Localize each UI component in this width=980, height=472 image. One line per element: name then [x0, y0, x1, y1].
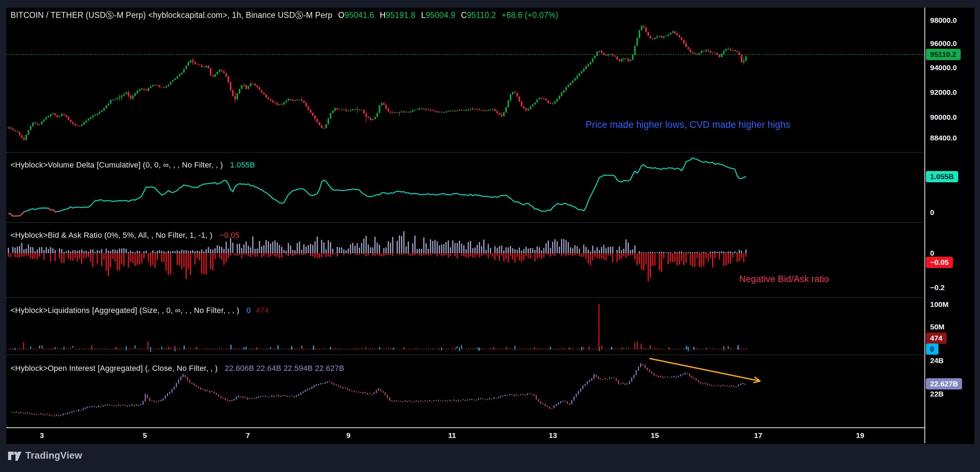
cvd-indicator-title[interactable]: <Hyblock>Volume Delta [Cumulative] (0, 0… [11, 160, 255, 169]
liquidations-indicator-title[interactable]: <Hyblock>Liquidations [Aggregated] (Size… [11, 306, 269, 315]
oi-values: 22.606B 22.64B 22.594B 22.627B [224, 364, 344, 372]
liquidations-long-value: 0 [247, 306, 251, 315]
axis-tick-label: 88400.0 [930, 133, 957, 143]
bidask-label: <Hyblock>Bid & Ask Ratio (0%, 5%, All, ,… [11, 231, 212, 239]
annotation-price-note[interactable]: Price made higher lows, CVD made higher … [585, 119, 790, 130]
time-tick-label: 17 [754, 431, 762, 440]
pane-divider-4[interactable] [6, 355, 974, 355]
axis-tick-label: 96000.0 [930, 39, 957, 48]
time-tick-label: 19 [856, 431, 864, 440]
oi-indicator-title[interactable]: <Hyblock>Open Interest [Aggregated] (, C… [11, 364, 344, 373]
tradingview-logo-icon [8, 451, 22, 461]
tradingview-logo-text: TradingView [25, 450, 82, 461]
axis-price-badge: 1.055B [926, 171, 958, 182]
oi-label: <Hyblock>Open Interest [Aggregated] (, C… [11, 364, 218, 372]
time-tick-label: 11 [448, 431, 456, 440]
bidask-indicator-title[interactable]: <Hyblock>Bid & Ask Ratio (0%, 5%, All, ,… [11, 231, 239, 240]
axis-tick-label: 0 [930, 208, 934, 217]
axis-tick-label: 90000.0 [930, 113, 957, 122]
pane-divider-3[interactable] [6, 298, 974, 298]
axis-tick-label: 50M [930, 322, 945, 331]
annotation-bidask-note[interactable]: Negative Bid/Ask ratio [739, 274, 829, 285]
time-tick-label: 15 [651, 431, 659, 440]
ohlc-open: O95041.6 [338, 11, 374, 20]
cvd-label: <Hyblock>Volume Delta [Cumulative] (0, 0… [11, 160, 223, 169]
ohlc-close: C95110.2 [461, 11, 496, 20]
liquidations-label: <Hyblock>Liquidations [Aggregated] (Size… [11, 306, 239, 315]
axis-price-badge: 0 [926, 344, 939, 355]
axis-tick-label: 24B [930, 356, 944, 365]
tradingview-window: BITCOIN / TETHER (USDⓈ-M Perp) <hyblockc… [0, 0, 980, 472]
time-tick-label: 5 [143, 431, 147, 440]
chart-area: BITCOIN / TETHER (USDⓈ-M Perp) <hyblockc… [6, 8, 974, 443]
axis-tick-label: 22B [930, 390, 944, 399]
ohlc-change: +68.6 (+0.07%) [501, 11, 558, 20]
ohlc-low: L95004.9 [421, 11, 455, 20]
symbol-title-row[interactable]: BITCOIN / TETHER (USDⓈ-M Perp) <hyblockc… [11, 10, 558, 21]
time-tick-label: 7 [246, 431, 250, 440]
axis-tick-label: 100M [930, 300, 949, 309]
axis-price-badge: 474 [926, 333, 947, 344]
axis-price-badge: 95110.2 [926, 49, 961, 60]
ohlc-high: H95191.8 [380, 11, 415, 20]
time-scale-axis[interactable]: 35791113151719 [6, 428, 974, 444]
time-tick-label: 13 [549, 431, 557, 440]
axis-price-badge: 22.627B [926, 378, 962, 390]
axis-tick-label: 94000.0 [930, 63, 957, 72]
tradingview-logo-link[interactable]: TradingView [8, 450, 82, 461]
symbol-title: BITCOIN / TETHER (USDⓈ-M Perp) <hyblockc… [11, 11, 332, 20]
axis-tick-label: 92000.0 [930, 88, 957, 97]
time-tick-label: 9 [346, 431, 350, 440]
axis-tick-label: −0.2 [930, 283, 945, 292]
pane-divider-1[interactable] [6, 152, 974, 152]
pane-divider-2[interactable] [6, 222, 974, 223]
liquidations-short-value: 474 [256, 306, 269, 315]
time-tick-label: 3 [40, 431, 44, 440]
axis-tick-label: 98000.0 [930, 16, 957, 25]
bidask-value: −0.05 [220, 231, 240, 239]
footer-bar: TradingView [0, 443, 980, 472]
cvd-value: 1.055B [230, 160, 255, 169]
price-scale-axis[interactable]: 98000.096000.094000.092000.090000.088400… [924, 8, 974, 443]
axis-price-badge: −0.05 [926, 257, 953, 268]
